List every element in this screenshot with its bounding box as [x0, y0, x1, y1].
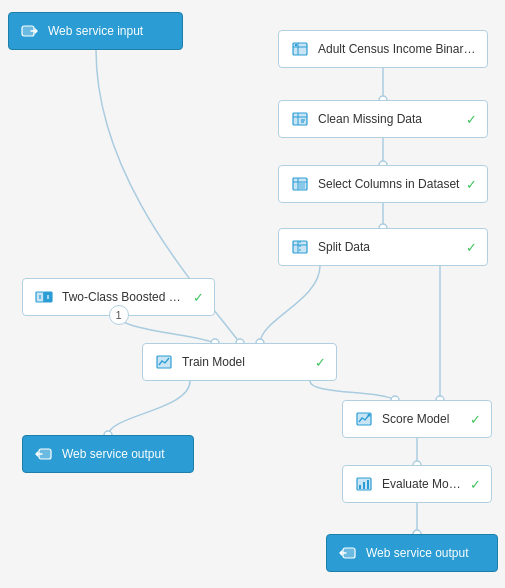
svg-rect-30: [299, 183, 305, 189]
ws-input-label: Web service input: [48, 24, 172, 38]
ws-output-left-node[interactable]: Web service output: [22, 435, 194, 473]
adult-census-label: Adult Census Income Binary ...: [318, 42, 477, 56]
ws-output-left-label: Web service output: [62, 447, 183, 461]
train-model-label: Train Model: [182, 355, 309, 369]
select-columns-label: Select Columns in Dataset: [318, 177, 460, 191]
two-class-icon: [33, 286, 55, 308]
two-class-node[interactable]: Two-Class Boosted Decision ... ✓ 1: [22, 278, 215, 316]
ws-output-right-node[interactable]: Web service output: [326, 534, 498, 572]
train-model-icon: [153, 351, 175, 373]
split-data-label: Split Data: [318, 240, 460, 254]
evaluate-model-check: ✓: [470, 477, 481, 492]
two-class-label: Two-Class Boosted Decision ...: [62, 290, 187, 304]
svg-rect-45: [363, 482, 365, 489]
two-class-badge: 1: [109, 305, 129, 325]
clean-missing-label: Clean Missing Data: [318, 112, 460, 126]
workflow-canvas: Web service input Adult Census Income Bi…: [0, 0, 505, 588]
ws-output-right-label: Web service output: [366, 546, 487, 560]
ws-output-right-icon: [337, 542, 359, 564]
split-data-node[interactable]: Split Data ✓: [278, 228, 488, 266]
svg-rect-44: [359, 485, 361, 489]
score-model-icon: [353, 408, 375, 430]
evaluate-model-node[interactable]: Evaluate Model ✓: [342, 465, 492, 503]
adult-census-node[interactable]: Adult Census Income Binary ...: [278, 30, 488, 68]
clean-missing-icon: [289, 108, 311, 130]
score-model-check: ✓: [470, 412, 481, 427]
split-data-icon: [289, 236, 311, 258]
svg-rect-22: [293, 113, 307, 125]
ws-input-node[interactable]: Web service input: [8, 12, 183, 50]
svg-point-42: [368, 414, 371, 417]
svg-rect-21: [295, 44, 297, 46]
train-model-check: ✓: [315, 355, 326, 370]
select-columns-node[interactable]: Select Columns in Dataset ✓: [278, 165, 488, 203]
dataset-icon: [289, 38, 311, 60]
select-columns-check: ✓: [466, 177, 477, 192]
train-model-node[interactable]: Train Model ✓: [142, 343, 337, 381]
ws-input-icon: [19, 20, 41, 42]
clean-missing-node[interactable]: Clean Missing Data ✓: [278, 100, 488, 138]
evaluate-model-icon: [353, 473, 375, 495]
score-model-label: Score Model: [382, 412, 464, 426]
ws-output-left-icon: [33, 443, 55, 465]
clean-missing-check: ✓: [466, 112, 477, 127]
score-model-node[interactable]: Score Model ✓: [342, 400, 492, 438]
two-class-check: ✓: [193, 290, 204, 305]
select-columns-icon: [289, 173, 311, 195]
split-data-check: ✓: [466, 240, 477, 255]
svg-rect-46: [367, 480, 369, 489]
evaluate-model-label: Evaluate Model: [382, 477, 464, 491]
